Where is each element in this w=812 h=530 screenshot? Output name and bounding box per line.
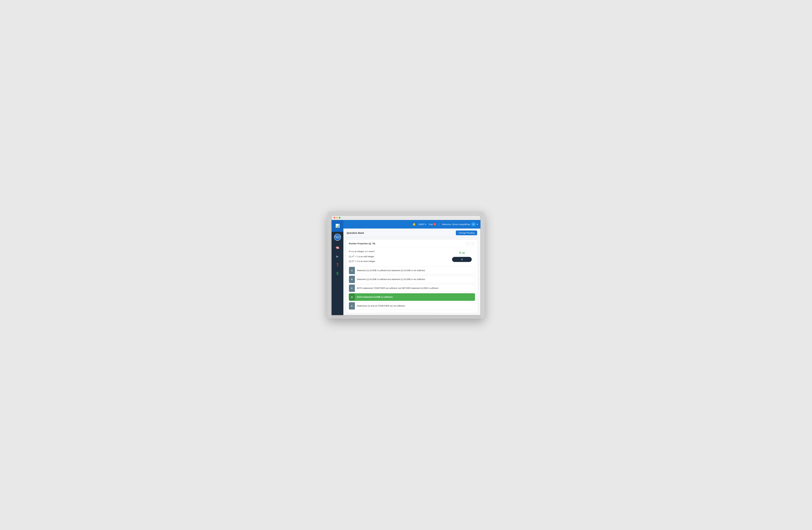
page-title: Question Bank (347, 231, 364, 234)
content-header: Question Bank Change Reading (343, 229, 480, 238)
question-category: Number Properties (Q. 78) (349, 242, 375, 245)
answer-text-b: Statement (2) ALONE is sufficient but st… (355, 277, 475, 282)
statement-2-rest: + 2 is an even integer. (354, 260, 376, 262)
statement-1-rest: + 1 is an odd integer. (354, 255, 375, 258)
question-body: If n is an integer, is n even? (1) n2 + … (346, 247, 478, 267)
question-right: ⏱ 30 ⏸ (449, 250, 475, 264)
avatar-inner: ANALYSTPREP (334, 234, 340, 240)
brain-icon: 🧠 (336, 246, 339, 250)
pricing-icon: 💲 (336, 272, 339, 275)
answer-label-b: B (349, 276, 355, 283)
answer-label-a: A (349, 267, 355, 274)
question-header: Number Properties (Q. 78) ‹ › (346, 240, 478, 247)
welcome-text: Welcome, Simon AnalystPrep (442, 223, 470, 226)
sidebar: 📊 ANALYSTPREP 🧠 ▶ ❓ (332, 220, 343, 315)
minimize-dot[interactable] (336, 217, 338, 218)
title-bar (332, 216, 480, 220)
app-header: 🔔 GMAT ▾ Cart 3 | Welcome, Simon Analyst… (343, 220, 480, 229)
answer-option-b[interactable]: B Statement (2) ALONE is sufficient but … (349, 275, 475, 283)
prev-question-button[interactable]: ‹ (466, 242, 470, 245)
answer-label-e: E (349, 302, 355, 310)
laptop-base (331, 315, 481, 319)
question-container: Number Properties (Q. 78) ‹ › If n is an… (346, 239, 478, 313)
user-dropdown-icon: ▾ (477, 223, 478, 226)
pause-button[interactable]: ⏸ (452, 257, 472, 262)
statement-2: (2) 3n + 2 is an even integer. (349, 259, 446, 263)
answer-option-d[interactable]: D EACH statement ALONE is sufficient. (349, 293, 475, 301)
cart-label: Cart (429, 223, 433, 226)
logo-icon: 📊 (335, 224, 340, 228)
question-text: If n is an integer, is n even? (349, 250, 446, 253)
header-divider: | (439, 223, 439, 226)
statement-2-num: (2) 3 (349, 260, 353, 262)
bell-icon[interactable]: 🔔 (412, 223, 416, 226)
gmat-selector[interactable]: GMAT ▾ (419, 223, 426, 226)
sidebar-avatar: ANALYSTPREP (334, 234, 341, 241)
answer-option-c[interactable]: C BOTH statements TOGETHER are sufficien… (349, 284, 475, 292)
question-left: If n is an integer, is n even? (1) n2 + … (349, 250, 446, 264)
user-menu[interactable]: Welcome, Simon AnalystPrep AP ▾ (442, 222, 478, 227)
gmat-label: GMAT (419, 223, 424, 226)
change-reading-button[interactable]: Change Reading (456, 230, 477, 235)
gmat-dropdown-icon: ▾ (425, 223, 426, 226)
user-avatar: AP (471, 222, 476, 227)
answer-option-a[interactable]: A Statement (1) ALONE is sufficient but … (349, 267, 475, 274)
close-dot[interactable] (334, 217, 335, 218)
answer-text-e: Statements (1) and (2) TOGETHER are not … (355, 303, 475, 309)
sidebar-item-help[interactable]: ❓ (332, 261, 343, 269)
main-content: Number Properties (Q. 78) ‹ › If n is an… (343, 238, 480, 315)
next-question-button[interactable]: › (471, 242, 475, 245)
answer-text-d: EACH statement ALONE is sufficient. (355, 295, 475, 300)
cart-button[interactable]: Cart 3 (429, 223, 436, 226)
cart-badge: 3 (434, 223, 436, 226)
statement-1-num: (1) n (349, 255, 353, 258)
sidebar-item-pricing[interactable]: 💲 (332, 270, 343, 277)
answer-label-d: D (349, 293, 355, 301)
sidebar-item-play[interactable]: ▶ (332, 253, 343, 260)
pause-icon: ⏸ (461, 258, 463, 261)
answer-text-a: Statement (1) ALONE is sufficient but st… (355, 268, 475, 273)
timer-icon: ⏱ (459, 252, 461, 254)
timer-value: 30 (462, 252, 465, 254)
answers-section: A Statement (1) ALONE is sufficient but … (346, 267, 478, 313)
answer-text-c: BOTH statements TOGETHER are sufficient,… (355, 286, 475, 291)
help-icon: ❓ (336, 263, 339, 267)
timer-display: ⏱ 30 (459, 252, 465, 254)
nav-arrows: ‹ › (466, 242, 475, 245)
sidebar-item-brain[interactable]: 🧠 (332, 244, 343, 252)
expand-dot[interactable] (339, 217, 340, 218)
avatar-text: ANALYSTPREP (334, 235, 341, 239)
play-icon: ▶ (336, 255, 339, 258)
statement-1: (1) n2 + 1 is an odd integer. (349, 255, 446, 258)
sidebar-nav: 🧠 ▶ ❓ 💲 (332, 244, 343, 277)
answer-label-c: C (349, 285, 355, 292)
answer-option-e[interactable]: E Statements (1) and (2) TOGETHER are no… (349, 302, 475, 310)
sidebar-logo[interactable]: 📊 (332, 220, 343, 232)
